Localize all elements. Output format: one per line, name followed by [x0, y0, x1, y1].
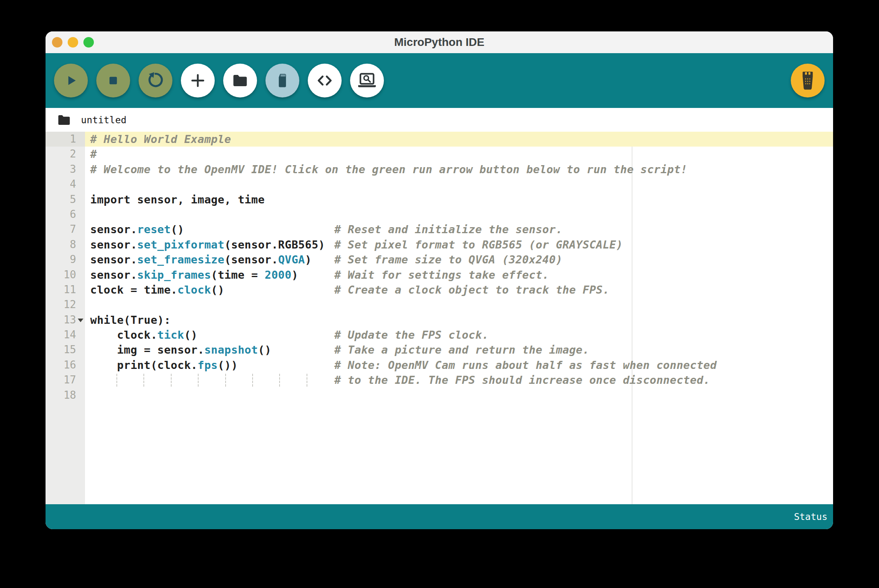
line-number[interactable]: 12: [46, 297, 85, 312]
line-number[interactable]: 7: [46, 222, 85, 237]
code-comment: # Wait for settings take effect.: [334, 267, 549, 282]
code-token: (sensor.: [224, 253, 278, 266]
code-editor[interactable]: 123456789101112131415161718 # Hello Worl…: [46, 132, 833, 504]
line-number[interactable]: 6: [46, 207, 85, 222]
indent-guide: [307, 374, 307, 386]
traffic-lights: [52, 31, 94, 53]
code-token: set_pixformat: [137, 238, 225, 251]
reset-button[interactable]: [139, 64, 172, 97]
line-number[interactable]: 13: [46, 313, 85, 327]
gutter: 123456789101112131415161718: [46, 132, 85, 504]
code-token: img = sensor.: [90, 344, 204, 356]
line-number[interactable]: 10: [46, 267, 85, 282]
code-token: clock: [178, 284, 211, 296]
status-bar: Status: [46, 504, 833, 529]
code-area[interactable]: # Hello World Example## Welcome to the O…: [85, 132, 833, 504]
line-number[interactable]: 17: [46, 373, 85, 387]
code-line[interactable]: clock.tick()# Update the FPS clock.: [85, 327, 833, 342]
code-line[interactable]: sensor.reset()# Reset and initialize the…: [85, 222, 833, 237]
code-token: # Hello World Example: [90, 133, 231, 145]
line-number[interactable]: 11: [46, 282, 85, 297]
code-token: set_framesize: [137, 253, 225, 266]
code-line[interactable]: [85, 177, 833, 192]
line-number[interactable]: 1: [46, 132, 85, 147]
new-file-button[interactable]: [181, 64, 215, 97]
line-number[interactable]: 8: [46, 237, 85, 252]
indent-guide: [225, 374, 226, 386]
code-line[interactable]: [85, 207, 833, 222]
code-line[interactable]: sensor.set_pixformat(sensor.RGB565)# Set…: [85, 237, 833, 252]
tab-bar: untitled: [46, 108, 833, 132]
code-token: ()): [218, 359, 238, 371]
fold-marker-icon[interactable]: [78, 319, 83, 322]
code-line[interactable]: [85, 297, 833, 312]
connect-board-button[interactable]: [791, 64, 825, 97]
code-token: while(True):: [90, 314, 171, 326]
indent-guide: [143, 374, 144, 386]
code-line[interactable]: # Hello World Example: [85, 132, 833, 147]
stop-icon: [106, 74, 120, 87]
line-number[interactable]: 4: [46, 177, 85, 192]
refresh-icon: [146, 71, 165, 90]
code-token: sensor.: [90, 238, 137, 251]
code-token: sensor.: [90, 253, 137, 266]
code-line[interactable]: sensor.set_framesize(sensor.QVGA)# Set f…: [85, 252, 833, 267]
indent-guide: [116, 374, 117, 386]
line-number[interactable]: 5: [46, 192, 85, 207]
run-script-button[interactable]: [54, 64, 88, 97]
minimize-button[interactable]: [68, 37, 78, 48]
indent-guide: [198, 374, 199, 386]
code-token: (sensor.RGB565): [224, 238, 325, 251]
code-token: (): [211, 284, 224, 296]
zoom-button[interactable]: [83, 37, 94, 48]
plus-icon: [189, 72, 207, 89]
line-number[interactable]: 16: [46, 358, 85, 373]
open-file-button[interactable]: [223, 64, 257, 97]
code-comment: # Set frame size to QVGA (320x240): [334, 252, 562, 267]
code-token: 2000: [265, 269, 292, 281]
close-button[interactable]: [52, 37, 62, 48]
code-lines: # Hello World Example## Welcome to the O…: [85, 132, 833, 403]
window-title: MicroPython IDE: [394, 36, 484, 49]
open-docs-button[interactable]: [350, 64, 384, 97]
line-number[interactable]: 15: [46, 342, 85, 357]
code-line[interactable]: clock = time.clock()# Create a clock obj…: [85, 282, 833, 297]
code-line[interactable]: import sensor, image, time: [85, 192, 833, 207]
toolbar: [46, 53, 833, 108]
code-line[interactable]: img = sensor.snapshot()# Take a picture …: [85, 342, 833, 357]
app-window: MicroPython IDE: [46, 31, 833, 529]
code-token: (): [171, 223, 184, 236]
code-token: snapshot: [204, 344, 258, 356]
code-line[interactable]: sensor.skip_frames(time = 2000)# Wait fo…: [85, 267, 833, 282]
code-token: QVGA: [278, 253, 305, 266]
code-line[interactable]: while(True):: [85, 313, 833, 327]
line-number[interactable]: 3: [46, 162, 85, 177]
code-comment: # Take a picture and return the image.: [334, 342, 589, 357]
code-line[interactable]: # to the IDE. The FPS should increase on…: [85, 373, 833, 387]
code-token: reset: [137, 223, 171, 236]
indent-guide: [279, 374, 280, 386]
code-comment: # to the IDE. The FPS should increase on…: [334, 373, 710, 387]
line-number[interactable]: 9: [46, 252, 85, 267]
status-label: Status: [794, 511, 827, 522]
line-number[interactable]: 18: [46, 388, 85, 403]
play-icon: [63, 73, 79, 88]
tab-untitled[interactable]: untitled: [81, 115, 126, 125]
code-examples-button[interactable]: [308, 64, 342, 97]
line-number[interactable]: 14: [46, 327, 85, 342]
code-icon: [316, 72, 334, 89]
code-line[interactable]: [85, 388, 833, 403]
stop-script-button[interactable]: [96, 64, 130, 97]
save-to-sd-button[interactable]: [265, 64, 299, 97]
folder-icon: [57, 113, 71, 127]
indent-guide: [252, 374, 253, 386]
indent-guide: [171, 374, 172, 386]
code-line[interactable]: #: [85, 147, 833, 161]
code-comment: # Update the FPS clock.: [334, 327, 489, 342]
code-token: ): [292, 269, 299, 281]
sd-card-icon: [274, 72, 291, 89]
code-token: skip_frames: [137, 269, 211, 281]
code-line[interactable]: # Welcome to the OpenMV IDE! Click on th…: [85, 162, 833, 177]
code-line[interactable]: print(clock.fps())# Note: OpenMV Cam run…: [85, 358, 833, 373]
line-number[interactable]: 2: [46, 147, 85, 161]
